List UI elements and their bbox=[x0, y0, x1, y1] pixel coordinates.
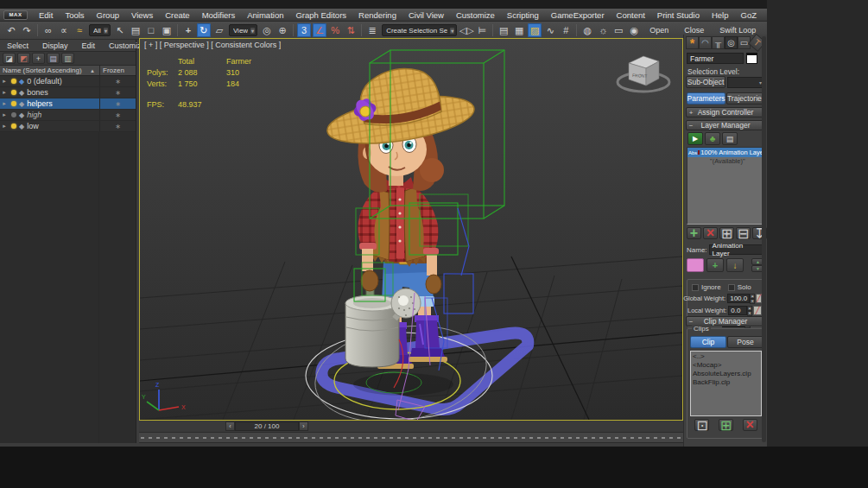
expand-arrow-icon[interactable]: ▸ bbox=[0, 100, 9, 107]
layer-row-high[interactable]: ▸◆high∗ bbox=[0, 110, 136, 121]
menu-rendering[interactable]: Rendering bbox=[352, 10, 402, 20]
unlink-selection-icon[interactable]: ∝ bbox=[57, 23, 71, 37]
frozen-toggle-icon[interactable]: ∗ bbox=[99, 98, 136, 109]
expand-arrow-icon[interactable]: ▸ bbox=[0, 123, 9, 130]
clip-item[interactable]: BackFlip.clp bbox=[693, 378, 759, 387]
viewport-label[interactable]: [ + ] [ Perspective ] [ Consistent Color… bbox=[144, 41, 281, 49]
frozen-toggle-icon[interactable]: ∗ bbox=[99, 87, 136, 98]
select-and-rotate-icon[interactable]: ↻ bbox=[197, 23, 211, 37]
window-crossing-icon[interactable]: ▣ bbox=[160, 23, 174, 37]
next-frame-button[interactable]: › bbox=[299, 421, 308, 431]
visibility-bulb-icon[interactable] bbox=[11, 101, 16, 106]
column-header-frozen[interactable]: Frozen bbox=[99, 66, 136, 75]
reference-coordinate-dropdown[interactable]: View▾ bbox=[229, 24, 257, 36]
visibility-bulb-icon[interactable] bbox=[11, 90, 16, 95]
collapse-stack-icon[interactable]: ↓ bbox=[726, 258, 744, 272]
render-production-icon[interactable]: ◉ bbox=[627, 23, 641, 37]
angle-snap-icon[interactable]: ∠ bbox=[313, 23, 326, 37]
expand-arrow-icon[interactable]: ▸ bbox=[0, 78, 9, 85]
time-slider[interactable]: ‹ 20 / 100 › bbox=[225, 421, 308, 431]
layer-available-slot[interactable]: "(Available)" bbox=[687, 157, 764, 165]
assign-controller-rollout[interactable]: + Assign Controller bbox=[686, 107, 765, 117]
add-icon[interactable]: + bbox=[32, 53, 45, 64]
menu-goz[interactable]: GoZ bbox=[735, 10, 763, 20]
menu-group[interactable]: Group bbox=[91, 10, 125, 20]
snaps-toggle-3d-icon[interactable]: 3 bbox=[297, 23, 311, 37]
delete-layer-icon[interactable]: × bbox=[703, 227, 718, 239]
expand-arrow-icon[interactable]: ▸ bbox=[0, 111, 9, 118]
pick-parent-icon[interactable]: ▤ bbox=[47, 53, 60, 64]
panel-scrollbar[interactable] bbox=[762, 36, 766, 442]
visibility-bulb-icon[interactable] bbox=[11, 124, 16, 129]
select-by-name-icon[interactable]: ▤ bbox=[129, 23, 143, 37]
spinner-snap-icon[interactable]: ⇅ bbox=[344, 23, 358, 37]
column-header-name[interactable]: Name (Sorted Ascending) ▲ bbox=[0, 66, 99, 75]
clip-list[interactable]: <..><Mocap>AbsoluteLayers.clpBackFlip.cl… bbox=[690, 351, 762, 416]
add-layer-icon[interactable]: + bbox=[687, 227, 701, 239]
menu-animation[interactable]: Animation bbox=[241, 10, 289, 20]
named-selection-set-field[interactable]: Create Selection Se▾ bbox=[382, 24, 457, 36]
frozen-toggle-icon[interactable]: ∗ bbox=[99, 121, 136, 131]
sub-object-button[interactable]: Sub-Object bbox=[686, 76, 725, 88]
solo-checkbox[interactable] bbox=[728, 284, 735, 291]
align-icon[interactable]: ⊨ bbox=[475, 23, 489, 37]
graphite-ribbon-icon[interactable]: ▦ bbox=[512, 23, 526, 37]
schematic-view-icon[interactable]: # bbox=[559, 23, 573, 37]
rendered-frame-window-icon[interactable]: ▭ bbox=[611, 23, 625, 37]
menu-edit[interactable]: Edit bbox=[33, 10, 59, 20]
menu-views[interactable]: Views bbox=[125, 10, 159, 20]
select-and-manipulate-icon[interactable]: ⊕ bbox=[276, 23, 289, 37]
clip-item[interactable]: <Mocap> bbox=[693, 361, 759, 370]
menu-gameexporter[interactable]: GameExporter bbox=[545, 10, 611, 20]
select-and-move-icon[interactable]: + bbox=[181, 23, 195, 37]
perspective-viewport[interactable]: FRONT Z X Y [ + ] [ Perspective ] [ Cons… bbox=[139, 38, 683, 421]
play-animation-layer-icon[interactable]: ▶ bbox=[687, 132, 703, 145]
layer-name-field[interactable]: Animation Layer bbox=[709, 244, 763, 255]
select-object-icon[interactable]: ↖ bbox=[113, 23, 127, 37]
menu-civil-view[interactable]: Civil View bbox=[402, 10, 450, 20]
clip-item[interactable]: AbsoluteLayers.clp bbox=[693, 370, 759, 378]
tab-hierarchy-icon[interactable]: ╥ bbox=[712, 36, 725, 49]
animation-layer-list[interactable]: Abs 100% Animation Layer "(Available)" bbox=[687, 147, 765, 225]
use-pivot-point-center-icon[interactable]: ◎ bbox=[260, 23, 274, 37]
menu-scripting[interactable]: Scripting bbox=[501, 10, 545, 20]
curve-editor-icon[interactable]: ∿ bbox=[543, 23, 557, 37]
swift-loop-button[interactable]: Swift Loop bbox=[719, 26, 756, 35]
trajectories-button[interactable]: Trajectories bbox=[726, 92, 766, 105]
sub-object-dropdown[interactable]: ▾ bbox=[727, 77, 765, 88]
tab-create-icon[interactable]: * bbox=[686, 36, 699, 49]
layer-row-low[interactable]: ▸◆low∗ bbox=[0, 121, 136, 132]
menu-customize[interactable]: Customize bbox=[450, 10, 501, 20]
select-children-icon[interactable]: ▥ bbox=[61, 53, 74, 64]
tab-motion-icon[interactable]: ◎ bbox=[725, 36, 738, 49]
render-setup-icon[interactable]: ☼ bbox=[596, 23, 610, 37]
layer-list-selected-item[interactable]: Abs 100% Animation Layer bbox=[687, 148, 764, 157]
parameters-button[interactable]: Parameters bbox=[687, 92, 725, 105]
object-name-field[interactable]: Farmer bbox=[687, 53, 744, 64]
mirror-icon[interactable]: ◁▷ bbox=[459, 23, 473, 37]
application-menu-button[interactable]: MAX bbox=[3, 10, 28, 20]
menu-help[interactable]: Help bbox=[706, 10, 735, 20]
local-weight-field[interactable]: 0.0 bbox=[728, 306, 747, 315]
layer-row-helpers[interactable]: ▸◆helpers∗ bbox=[0, 98, 136, 110]
layer-row-bones[interactable]: ▸◆bones∗ bbox=[0, 87, 136, 98]
rig-tree-icon[interactable]: ♣ bbox=[705, 132, 720, 145]
menu-modifiers[interactable]: Modifiers bbox=[196, 10, 242, 20]
pose-tab[interactable]: Pose bbox=[727, 336, 763, 348]
bind-to-space-warp-icon[interactable]: ≈ bbox=[73, 23, 86, 37]
local-weight-spinner[interactable]: ▲▼ bbox=[747, 306, 752, 315]
scene-explorer-icon[interactable]: ▨ bbox=[528, 23, 542, 37]
delete-clip-icon[interactable]: × bbox=[743, 419, 757, 431]
lock-cell-editing-icon[interactable]: ◪ bbox=[3, 53, 16, 64]
close-button[interactable]: Close bbox=[684, 26, 704, 35]
layer-row-0-default-[interactable]: ▸◆0 (default)∗ bbox=[0, 76, 136, 87]
layer-properties-icon[interactable]: ▤ bbox=[722, 132, 738, 145]
menu-print-studio[interactable]: Print Studio bbox=[651, 10, 706, 20]
visibility-bulb-icon[interactable] bbox=[11, 112, 16, 117]
copy-layer-icon[interactable]: ⊞ bbox=[719, 227, 734, 239]
open-button[interactable]: Open bbox=[649, 26, 668, 35]
global-weight-curve-icon[interactable]: ╱ bbox=[756, 294, 762, 303]
explorer-menu-display[interactable]: Display bbox=[35, 41, 75, 50]
paste-layer-icon[interactable]: ⊟ bbox=[736, 227, 751, 239]
select-and-scale-icon[interactable]: ▱ bbox=[212, 23, 226, 37]
